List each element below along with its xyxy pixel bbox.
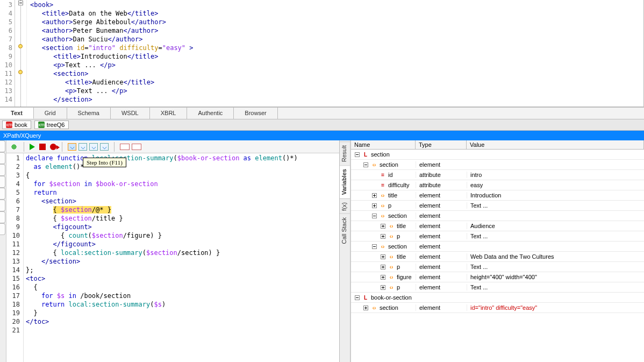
tree-node-value: Audience <box>467 223 644 229</box>
tree-node-type: element <box>416 202 467 209</box>
tree-node-type: element <box>416 264 467 270</box>
tree-row[interactable]: p element Text ... <box>351 282 644 293</box>
step-out-button[interactable] <box>89 143 98 151</box>
left-margin-tabs[interactable] <box>0 140 6 362</box>
tree-row[interactable]: section element id="intro" difficulty="e… <box>351 303 644 313</box>
tree-node-name: book-or-section <box>371 294 412 301</box>
fold-toggle-icon[interactable] <box>18 44 23 48</box>
debugger-toolbar <box>6 140 339 153</box>
tree-node-type: element <box>416 233 467 239</box>
step-button[interactable] <box>100 143 109 151</box>
tree-node-value: Introduction <box>467 192 644 198</box>
view-tab-browser[interactable]: Browser <box>234 108 277 119</box>
xquery-editor[interactable]: 123456789101112131415161718192021 declar… <box>6 153 339 362</box>
tree-node-type: element <box>416 243 467 250</box>
tree-row[interactable]: title element Web Data and the Two Cultu… <box>351 252 644 262</box>
side-tab-variables[interactable]: Variables <box>340 165 350 198</box>
element-icon <box>388 233 395 239</box>
step-into-button[interactable] <box>68 143 76 151</box>
debug-icon[interactable] <box>10 143 18 151</box>
tree-row[interactable]: Lsection <box>351 150 644 160</box>
local-var-icon: L <box>362 294 369 301</box>
tree-node-type: element <box>416 284 467 290</box>
tree-node-type: element <box>416 212 467 219</box>
column-header-type[interactable]: Type <box>416 140 467 149</box>
element-icon <box>370 304 378 311</box>
tree-header: Name Type Value <box>351 140 644 150</box>
tree-node-name: section <box>380 304 398 311</box>
tree-row[interactable]: section element <box>351 160 644 170</box>
xquery-code[interactable]: declare function local:section-summary($… <box>24 153 339 362</box>
view-tab-authentic[interactable]: Authentic <box>187 108 234 119</box>
side-tab-callstack[interactable]: Call Stack <box>340 214 350 247</box>
element-icon <box>388 284 395 290</box>
watch-button[interactable] <box>120 144 130 150</box>
editor-code[interactable]: <book> <title>Data on the Web</title> <a… <box>27 0 643 107</box>
side-tab-result[interactable]: Result <box>340 141 350 165</box>
tree-node-type: element <box>416 274 467 280</box>
column-header-value[interactable]: Value <box>467 140 644 149</box>
expand-toggle-icon[interactable] <box>355 295 360 300</box>
file-tab-book[interactable]: xmbook <box>2 120 31 129</box>
view-tab-text[interactable]: Text <box>0 108 34 119</box>
view-tab-schema[interactable]: Schema <box>67 108 111 119</box>
column-header-name[interactable]: Name <box>351 140 416 149</box>
watch-button[interactable] <box>132 144 141 150</box>
element-icon <box>379 243 387 250</box>
element-icon <box>388 274 395 280</box>
expand-toggle-icon[interactable] <box>381 265 385 269</box>
tree-row[interactable]: id attribute intro <box>351 170 644 180</box>
step-into-tooltip: Step Into (F11) <box>83 158 126 167</box>
stop-button[interactable] <box>39 144 46 150</box>
tree-row[interactable]: title element Audience <box>351 221 644 231</box>
tree-row[interactable]: p element Text ... <box>351 201 644 211</box>
local-var-icon: L <box>362 151 369 158</box>
expand-toggle-icon[interactable] <box>372 193 377 198</box>
expand-toggle-icon[interactable] <box>381 224 385 229</box>
tree-node-value: Text ... <box>467 202 644 209</box>
xml-editor: 34567891011121314 <book> <title>Data on … <box>0 0 644 107</box>
tree-node-type: element <box>416 253 467 260</box>
tree-node-name: p <box>397 284 400 290</box>
expand-toggle-icon[interactable] <box>381 234 385 239</box>
tree-node-name: p <box>397 233 400 239</box>
tree-row[interactable]: figure element height="400" width="400" <box>351 272 644 282</box>
fold-toggle-icon[interactable] <box>18 1 23 5</box>
element-icon <box>388 253 395 260</box>
tree-node-type: element <box>416 161 467 168</box>
expand-toggle-icon[interactable] <box>381 285 385 290</box>
expand-toggle-icon[interactable] <box>381 254 385 259</box>
tree-node-value: intro <box>467 172 644 178</box>
run-button[interactable] <box>30 144 35 150</box>
record-button[interactable] <box>50 144 56 150</box>
tree-row[interactable]: section element <box>351 211 644 221</box>
tree-node-value: easy <box>467 182 644 188</box>
expand-toggle-icon[interactable] <box>372 203 377 208</box>
tree-node-value: height="400" width="400" <box>467 274 644 280</box>
expand-toggle-icon[interactable] <box>372 214 377 218</box>
expand-toggle-icon[interactable] <box>355 152 360 157</box>
tree-row[interactable]: section element <box>351 242 644 252</box>
file-tab-treeQ6[interactable]: xmtreeQ6 <box>34 120 69 129</box>
expand-toggle-icon[interactable] <box>363 306 368 310</box>
tree-row[interactable]: p element Text ... <box>351 231 644 242</box>
tree-row[interactable]: p element Text ... <box>351 262 644 272</box>
tree-node-name: p <box>388 202 391 209</box>
tree-row[interactable]: title element Introduction <box>351 190 644 201</box>
view-tab-grid[interactable]: Grid <box>34 108 67 119</box>
tree-row[interactable]: difficulty attribute easy <box>351 180 644 190</box>
fold-column[interactable] <box>15 0 27 107</box>
tree-row[interactable]: Lbook-or-section <box>351 293 644 303</box>
tree-node-name: id <box>388 172 393 178</box>
tree-node-type: element <box>416 223 467 229</box>
step-over-button[interactable] <box>78 143 87 151</box>
side-tab-fx[interactable]: f(x) <box>340 198 350 214</box>
view-tab-wsdl[interactable]: WSDL <box>111 108 150 119</box>
fold-toggle-icon[interactable] <box>18 70 23 74</box>
expand-toggle-icon[interactable] <box>372 244 377 249</box>
expand-toggle-icon[interactable] <box>363 162 368 167</box>
tree-node-name: section <box>371 151 390 158</box>
tree-body[interactable]: Lsection section element id attribute in… <box>351 150 644 362</box>
view-tab-xbrl[interactable]: XBRL <box>150 108 188 119</box>
expand-toggle-icon[interactable] <box>381 275 385 280</box>
